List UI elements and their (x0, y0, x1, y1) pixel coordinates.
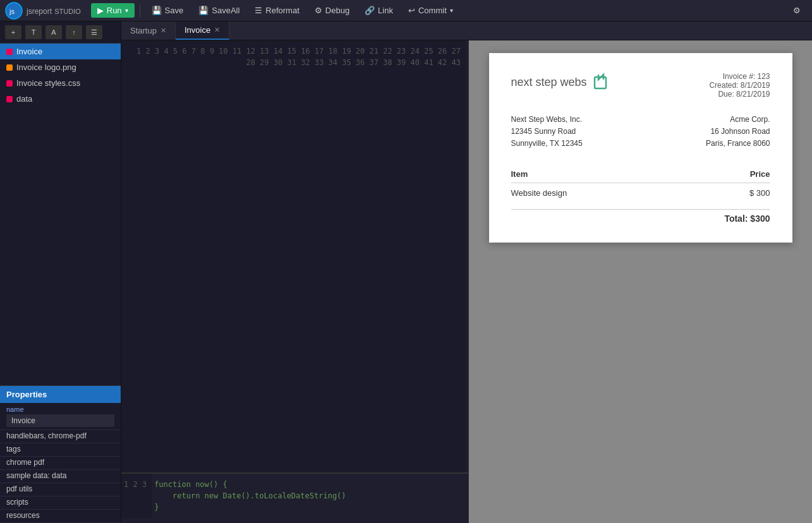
invoice-icon (6, 49, 13, 55)
seller-address: Next Step Webs, Inc. 12345 Sunny Road Su… (511, 114, 583, 150)
reformat-icon: ☰ (255, 6, 262, 15)
invoice-table: Item Price Website design $ 300 (511, 165, 770, 203)
item-header: Item (511, 165, 701, 183)
run-icon: ▶ (97, 6, 104, 15)
invoice-addresses: Next Step Webs, Inc. 12345 Sunny Road Su… (511, 114, 770, 150)
saveall-button[interactable]: 💾 SaveAll (192, 3, 246, 18)
prop-name: name (0, 403, 121, 430)
sidebar-list-button[interactable]: ☰ (86, 25, 102, 39)
jsreport-logo-icon: js (5, 2, 23, 20)
commit-icon: ↩ (408, 6, 415, 15)
price-header: Price (700, 165, 770, 183)
invoice-styles-icon (6, 80, 13, 87)
commit-dropdown-icon: ▾ (450, 7, 453, 14)
prop-tags: tags (0, 443, 121, 457)
code-area-main[interactable]: 1 2 3 4 5 6 7 8 9 10 11 12 13 14 15 16 1… (121, 40, 468, 472)
line-numbers: 1 2 3 4 5 6 7 8 9 10 11 12 13 14 15 16 1… (121, 40, 466, 472)
invoice-meta: Invoice #: 123 Created: 8/1/2019 Due: 8/… (709, 72, 770, 99)
invoice-header: next step webs Invoice #: 123 Created: 8… (511, 72, 770, 99)
sidebar-add-button[interactable]: + (5, 25, 21, 39)
link-icon: 🔗 (365, 6, 375, 15)
name-input[interactable] (6, 414, 114, 427)
preview-pane: next step webs Invoice #: 123 Created: 8… (469, 40, 812, 523)
sidebar-toolbar: + T A ↑ ☰ (0, 21, 121, 44)
properties-panel: Properties name handlebars, chrome-pdf t… (0, 385, 121, 523)
main-area: + T A ↑ ☰ Invoice Invoice logo.png Invoi… (0, 21, 812, 523)
invoice-row-1: Website design $ 300 (511, 183, 770, 203)
debug-icon: ⚙ (315, 6, 322, 15)
link-button[interactable]: 🔗 Link (358, 3, 399, 18)
saveall-icon: 💾 (198, 6, 209, 15)
invoice-logo-text: next step webs (511, 76, 587, 89)
invoice-total: Total: $300 (511, 209, 770, 224)
tab-invoice-close[interactable]: ✕ (214, 26, 220, 34)
app-name: jsreport STUDIO (27, 5, 81, 16)
gear-icon: ⚙ (793, 6, 801, 15)
invoice-logo-icon (592, 72, 611, 93)
tab-invoice[interactable]: Invoice ✕ (176, 21, 229, 40)
save-button[interactable]: 💾 Save (145, 3, 190, 18)
invoice-card: next step webs Invoice #: 123 Created: 8… (489, 53, 792, 243)
bottom-editor-content[interactable]: 1 2 3 function now() { return new Date()… (121, 474, 468, 518)
code-editor[interactable]: 1 2 3 4 5 6 7 8 9 10 11 12 13 14 15 16 1… (121, 40, 469, 523)
sidebar-bold-button[interactable]: A (45, 25, 62, 39)
bottom-code-content[interactable]: function now() { return new Date().toLoc… (152, 474, 468, 518)
prop-engine: chrome pdf (0, 457, 121, 470)
divider-1 (140, 4, 140, 17)
logo-area: js jsreport STUDIO (5, 2, 81, 20)
prop-resources: resources (0, 510, 121, 523)
editor-preview-area: 1 2 3 4 5 6 7 8 9 10 11 12 13 14 15 16 1… (121, 40, 812, 523)
bottom-line-numbers: 1 2 3 (121, 474, 152, 518)
tree-item-invoice-styles[interactable]: Invoice styles.css (0, 75, 121, 91)
prop-scripts: scripts (0, 496, 121, 510)
prop-recipe: handlebars, chrome-pdf (0, 430, 121, 443)
tab-startup-close[interactable]: ✕ (161, 27, 166, 35)
tab-bar: Startup ✕ Invoice ✕ (121, 21, 812, 40)
tree-item-data[interactable]: data (0, 91, 121, 107)
content-area: Startup ✕ Invoice ✕ 1 2 3 4 5 6 7 8 9 10… (121, 21, 812, 523)
file-tree: Invoice Invoice logo.png Invoice styles.… (0, 44, 121, 385)
svg-text:js: js (9, 8, 15, 15)
buyer-address: Acme Corp. 16 Johnson Road Paris, France… (706, 114, 770, 150)
debug-button[interactable]: ⚙ Debug (308, 3, 356, 18)
prop-sample: sample data: data (0, 470, 121, 483)
data-icon (6, 96, 13, 102)
invoice-logo-area: next step webs (511, 72, 611, 93)
tree-item-invoice-logo[interactable]: Invoice logo.png (0, 59, 121, 75)
run-button[interactable]: ▶ Run ▾ (91, 3, 135, 18)
properties-header: Properties (0, 386, 121, 403)
save-icon: 💾 (152, 6, 162, 15)
settings-button[interactable]: ⚙ (787, 3, 807, 18)
prop-pdfutils: pdf utils (0, 483, 121, 496)
sidebar-upload-button[interactable]: ↑ (66, 25, 82, 39)
reformat-button[interactable]: ☰ Reformat (248, 3, 305, 18)
sidebar: + T A ↑ ☰ Invoice Invoice logo.png Invoi… (0, 21, 121, 523)
tree-item-invoice[interactable]: Invoice (0, 44, 121, 59)
code-editor-bottom[interactable]: 1 2 3 function now() { return new Date()… (121, 472, 468, 523)
sidebar-text-button[interactable]: T (25, 25, 42, 39)
run-dropdown-icon: ▾ (125, 7, 128, 14)
code-content-main[interactable]: <!-- Invoice dynamically rendered into h… (466, 40, 468, 472)
commit-button[interactable]: ↩ Commit ▾ (402, 3, 459, 18)
invoice-logo-icon (6, 64, 13, 71)
toolbar: js jsreport STUDIO ▶ Run ▾ 💾 Save 💾 Save… (0, 0, 812, 21)
tab-startup[interactable]: Startup ✕ (121, 22, 176, 39)
